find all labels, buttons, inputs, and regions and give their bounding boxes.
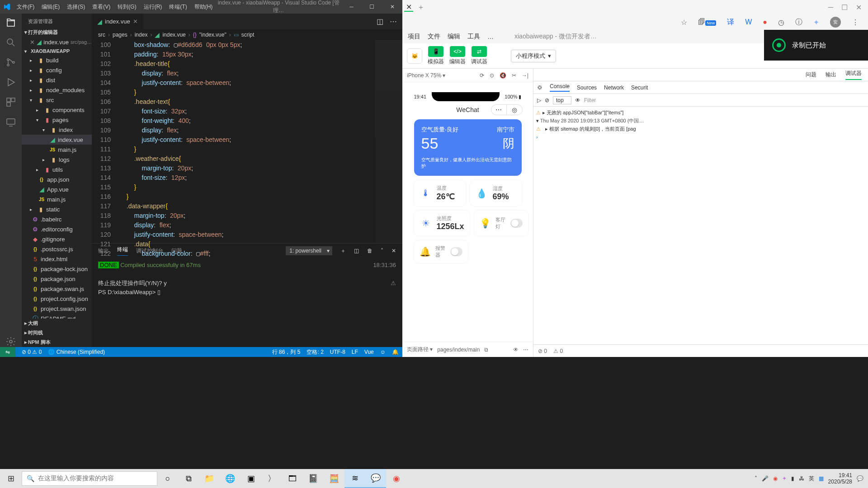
npm-section[interactable]: ▸NPM 脚本 [22, 338, 92, 347]
wechat-taskbar-icon[interactable]: 💬 [365, 469, 386, 488]
wx-close-icon[interactable]: ✕ [856, 3, 862, 12]
kill-terminal-icon[interactable]: 🗑 [367, 248, 373, 254]
wx-menu-edit[interactable]: 编辑 [448, 33, 460, 41]
tray-app-icon-2[interactable]: ✦ [782, 475, 787, 482]
file-babelrc[interactable]: ⚙.babelrc [22, 214, 92, 224]
close-panel-icon[interactable]: ✕ [392, 248, 396, 254]
wx-menu-tools[interactable]: 工具 [467, 33, 480, 41]
capsule-menu[interactable]: ⋯◎ [491, 104, 523, 115]
file-proj-swan[interactable]: {}project.swan.json [22, 304, 92, 314]
folder-utils[interactable]: ▸▮utils [22, 164, 92, 174]
folder-static[interactable]: ▸▮static [22, 204, 92, 214]
file-proj-cfg[interactable]: {}project.config.json [22, 294, 92, 304]
minimize-button[interactable]: ─ [341, 0, 362, 14]
context-selector[interactable]: top [553, 96, 571, 104]
ext-icon-6[interactable]: ✦ [813, 18, 819, 27]
chrome-taskbar-icon[interactable]: 🌐 [220, 469, 241, 488]
project-section[interactable]: ▾XIAOBAIWEAPP [22, 47, 92, 55]
remote-icon[interactable] [5, 117, 16, 127]
file-postcssrc[interactable]: {}.postcssrc.js [22, 244, 92, 254]
menu-view[interactable]: 查看(V) [89, 1, 113, 13]
avatar-icon[interactable]: 安 [830, 17, 841, 28]
file-pkg[interactable]: {}package.json [22, 274, 92, 284]
folder-dist[interactable]: ▸▮dist [22, 75, 92, 85]
status-eol[interactable]: LF [352, 349, 358, 355]
folder-pages[interactable]: ▾▮pages [22, 115, 92, 125]
menu-help[interactable]: 帮助(H) [191, 1, 216, 13]
sim-exit-icon[interactable]: →| [522, 72, 528, 79]
dt-tab-output[interactable]: 输出 [826, 71, 836, 79]
status-position[interactable]: 行 86，列 5 [272, 348, 301, 356]
page-route-label[interactable]: 页面路径 ▾ [407, 346, 433, 353]
light-toggle[interactable] [510, 219, 522, 228]
remote-indicator[interactable]: ⇋ [0, 347, 15, 357]
dt-security[interactable]: Securit [631, 84, 648, 91]
tray-battery-icon[interactable]: ▮ [791, 475, 794, 482]
sim-cut-icon[interactable]: ✂ [512, 72, 516, 79]
app-taskbar-icon-3[interactable]: ◉ [386, 469, 407, 488]
cortana-icon[interactable]: ○ [157, 469, 178, 488]
extensions-icon[interactable] [5, 97, 16, 108]
file-app-json[interactable]: {}app.json [22, 174, 92, 184]
menu-terminal[interactable]: 终端(T) [166, 1, 190, 13]
console-body[interactable]: ▸ 无效的 appJSON["tabBar"]["items"] ▾ Thu M… [533, 107, 868, 344]
split-editor-icon[interactable]: ◫ [377, 17, 383, 26]
menu-run[interactable]: 运行(R) [141, 1, 165, 13]
capsule-close-icon[interactable]: ◎ [507, 105, 522, 115]
inspect-icon[interactable]: ⯐ [537, 84, 542, 91]
sim-more-icon[interactable]: ⋯ [523, 347, 528, 353]
wx-mode-select[interactable]: 小程序模式▾ [511, 50, 556, 62]
taskbar-search[interactable]: 🔍 在这里输入你要搜索的内容 [22, 471, 157, 486]
maximize-panel-icon[interactable]: ˄ [381, 248, 383, 254]
tray-app-icon-1[interactable]: ◉ [773, 475, 778, 482]
notifications-icon[interactable]: 💬 [857, 475, 863, 482]
copy-path-icon[interactable]: ⧉ [484, 347, 488, 353]
outline-section[interactable]: ▸大纲 [22, 319, 92, 328]
file-main-js[interactable]: JSmain.js [22, 145, 92, 155]
folder-config[interactable]: ▸▮config [22, 65, 92, 75]
wx-simulator-tool[interactable]: 📱模拟器 [428, 46, 444, 66]
wx-editor-tool[interactable]: </>编辑器 [449, 46, 466, 66]
folder-index[interactable]: ▾▮index [22, 125, 92, 135]
folder-node-modules[interactable]: ▸▮node_modules [22, 85, 92, 95]
ext-icon-4[interactable]: ◷ [778, 18, 784, 27]
scm-icon[interactable] [5, 57, 16, 68]
taskview-icon[interactable]: ⧉ [178, 469, 199, 488]
status-spaces[interactable]: 空格: 2 [307, 348, 323, 356]
ext-icon-1[interactable]: 译 [727, 18, 734, 27]
maximize-button[interactable]: ☐ [362, 0, 382, 14]
tray-ime[interactable]: 英 [809, 475, 814, 483]
wx-menu-project[interactable]: 项目 [408, 33, 420, 41]
app-taskbar-icon-2[interactable]: 📓 [303, 469, 324, 488]
tray-mic-icon[interactable]: 🎤 [762, 475, 769, 482]
file-pkg-lock[interactable]: {}package-lock.json [22, 264, 92, 274]
breadcrumbs[interactable]: src› pages› index› ◢index.vue› {}"index.… [92, 29, 402, 40]
terminal-selector[interactable]: 1: powershell [286, 246, 332, 255]
split-terminal-icon[interactable]: ◫ [354, 248, 359, 254]
menu-goto[interactable]: 转到(G) [114, 1, 139, 13]
file-swan[interactable]: {}package.swan.js [22, 284, 92, 294]
sim-eye-icon[interactable]: 👁 [513, 347, 519, 353]
wx-menu-file[interactable]: 文件 [428, 33, 440, 41]
file-index-vue[interactable]: ◢index.vue [22, 135, 92, 145]
sim-home-icon[interactable]: ⊙ [490, 72, 494, 79]
alarm-toggle[interactable] [450, 247, 462, 256]
tray-chevron-icon[interactable]: ˄ [755, 475, 757, 482]
tab-close-icon[interactable]: ✕ [133, 18, 138, 25]
close-button[interactable]: ✕ [382, 0, 402, 14]
folder-build[interactable]: ▸▮build [22, 55, 92, 65]
dt-tab-problems[interactable]: 问题 [806, 71, 816, 79]
wx-tab-close-icon[interactable]: ✕ [404, 3, 413, 12]
vscode-taskbar-icon[interactable]: ≋ [344, 469, 365, 488]
folder-logs[interactable]: ▸▮logs [22, 155, 92, 164]
minimap[interactable] [375, 40, 402, 243]
explorer-taskbar-icon[interactable]: 📁 [199, 469, 220, 488]
file-gitignore[interactable]: ◆.gitignore [22, 234, 92, 244]
menu-file[interactable]: 文件(F) [14, 1, 38, 13]
status-language[interactable]: 🌐 Chinese (Simplified) [48, 349, 105, 355]
status-bell-icon[interactable]: 🔔 [392, 349, 399, 355]
ext-icon-2[interactable]: W [745, 18, 752, 26]
dt-sources[interactable]: Sources [577, 84, 597, 91]
file-index-html[interactable]: 5index.html [22, 254, 92, 264]
sim-rotate-icon[interactable]: ⟳ [480, 72, 484, 79]
